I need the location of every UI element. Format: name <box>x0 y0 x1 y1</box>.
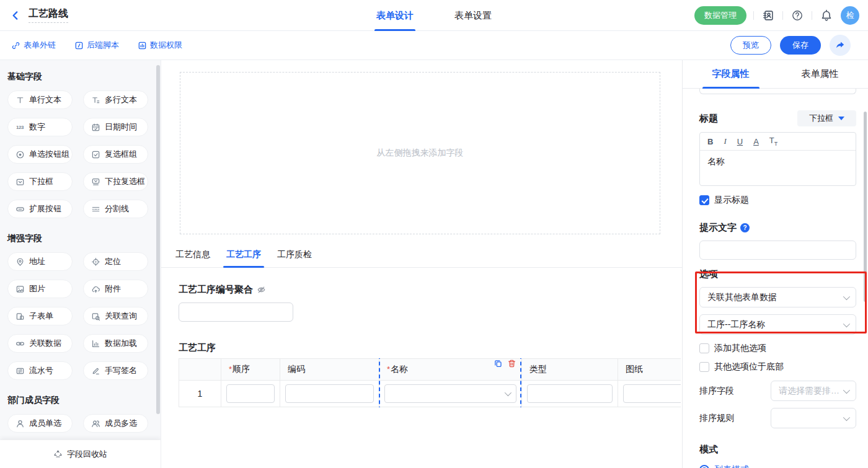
option-field-value: 工序--工序名称 <box>707 319 765 330</box>
delete-column-icon[interactable] <box>507 358 517 369</box>
sort-field-label: 排序字段 <box>699 386 734 397</box>
field-library-sidebar: 基础字段单行文本多行文本123数字日期时间单选按钮组复选框组下拉框下拉复选框扩展… <box>0 60 161 468</box>
location-icon <box>91 257 100 267</box>
field-datetime[interactable]: 日期时间 <box>83 118 148 136</box>
field-type-value: 下拉框 <box>809 113 833 124</box>
field-pill-label: 地址 <box>29 256 45 267</box>
divider <box>782 11 783 20</box>
field-address[interactable]: 地址 <box>7 252 73 271</box>
list-mode-radio[interactable] <box>699 465 709 468</box>
add-other-checkbox[interactable] <box>699 343 709 353</box>
show-title-checkbox[interactable] <box>699 195 709 205</box>
underline-button[interactable]: U <box>737 137 743 146</box>
field-member-multi[interactable]: 成员多选 <box>83 414 148 433</box>
agg-field[interactable]: 工艺工序编号聚合 <box>179 284 682 322</box>
attachment-icon <box>91 284 100 294</box>
italic-button[interactable]: I <box>724 136 726 146</box>
contact-book-icon[interactable] <box>761 8 776 23</box>
field-attachment[interactable]: 附件 <box>83 280 148 298</box>
field-single-line-text[interactable]: 单行文本 <box>7 91 73 109</box>
subform-icon <box>15 311 25 321</box>
sort-field-select[interactable]: 请选择需要排序的... <box>771 381 856 401</box>
select-icon <box>15 177 25 187</box>
sort-rule-select[interactable] <box>771 408 856 428</box>
field-image[interactable]: 图片 <box>7 280 73 298</box>
field-multi-line-text[interactable]: 多行文本 <box>83 91 148 109</box>
tab-process-step[interactable]: 工艺工序 <box>223 249 264 267</box>
field-pill-label: 多行文本 <box>105 94 137 105</box>
agg-field-input[interactable] <box>179 302 293 322</box>
hint-input[interactable] <box>699 241 856 260</box>
field-select[interactable]: 下拉框 <box>7 172 73 191</box>
help-icon[interactable] <box>790 8 805 23</box>
sidebar-scrollbar[interactable] <box>156 65 160 414</box>
backend-script-link[interactable]: 后端脚本 <box>74 40 119 51</box>
sort-rule-label: 排序规则 <box>699 413 734 424</box>
page-title[interactable]: 工艺路线 <box>29 7 68 23</box>
user-avatar[interactable]: 检 <box>841 6 859 25</box>
col-header-type[interactable]: 类型 <box>522 359 618 381</box>
detail-tabs: 工艺信息 工艺工序 工序质检 <box>161 249 682 268</box>
drop-area[interactable]: 从左侧拖拽来添加字段 <box>180 72 660 234</box>
extend-button-icon <box>15 204 25 214</box>
bold-button[interactable]: B <box>707 137 713 146</box>
share-button[interactable] <box>830 35 851 56</box>
field-divider[interactable]: 分割线 <box>83 200 148 218</box>
type-input[interactable] <box>527 384 613 403</box>
field-member-single[interactable]: 成员单选 <box>7 414 73 433</box>
data-permission-link[interactable]: 数据权限 <box>138 40 182 51</box>
col-header-order[interactable]: *顺序 <box>221 359 280 381</box>
font-size-button[interactable]: TT <box>769 136 777 147</box>
hint-help-icon[interactable]: ? <box>740 223 750 232</box>
field-signature[interactable]: 手写签名 <box>83 361 148 380</box>
option-source-select[interactable]: 关联其他表单数据 <box>699 287 856 307</box>
tab-form-design[interactable]: 表单设计 <box>374 0 415 31</box>
save-button[interactable]: 保存 <box>780 36 821 55</box>
option-field-select[interactable]: 工序--工序名称 <box>699 314 856 335</box>
code-input[interactable] <box>285 384 374 403</box>
field-checkbox-group[interactable]: 复选框组 <box>83 145 148 164</box>
options-row: 选项 <box>699 268 856 280</box>
notification-bell-icon[interactable] <box>819 8 834 23</box>
order-input[interactable] <box>226 384 275 403</box>
field-extend-button[interactable]: 扩展按钮 <box>7 200 73 218</box>
related-data-icon <box>15 338 25 348</box>
tab-process-info[interactable]: 工艺信息 <box>172 249 213 267</box>
field-type-select[interactable]: 下拉框 <box>797 110 856 126</box>
tab-form-properties[interactable]: 表单属性 <box>792 60 849 89</box>
field-multi-select[interactable]: 下拉复选框 <box>83 172 148 191</box>
font-color-button[interactable]: A <box>753 137 759 146</box>
field-recycle-bin[interactable]: 字段回收站 <box>0 440 161 468</box>
drawing-input[interactable] <box>623 384 681 403</box>
clipped-input[interactable] <box>699 89 856 94</box>
sort-field-row: 排序字段 请选择需要排序的... <box>699 381 856 401</box>
panel-scrollbar[interactable] <box>864 112 867 302</box>
field-serial-number[interactable]: 流水号 <box>7 361 73 380</box>
preview-button[interactable]: 预览 <box>730 36 771 55</box>
name-select[interactable] <box>384 384 516 403</box>
field-radio-group[interactable]: 单选按钮组 <box>7 145 73 164</box>
back-icon[interactable] <box>9 9 22 22</box>
chevron-down-icon <box>505 389 512 396</box>
options-label: 选项 <box>699 268 718 280</box>
other-bottom-checkbox[interactable] <box>699 362 709 372</box>
image-icon <box>15 284 25 294</box>
divider <box>753 11 754 20</box>
col-header-drawing[interactable]: 图纸 <box>618 359 681 381</box>
add-other-label: 添加其他选项 <box>714 343 766 354</box>
field-pill-label: 手写签名 <box>105 365 137 376</box>
form-external-link[interactable]: 表单外链 <box>11 40 56 51</box>
field-related-query[interactable]: 关联查询 <box>83 307 148 325</box>
field-number[interactable]: 123数字 <box>7 118 73 136</box>
field-data-load[interactable]: 数据加载 <box>83 334 148 353</box>
tab-field-properties[interactable]: 字段属性 <box>702 60 760 89</box>
data-manage-button[interactable]: 数据管理 <box>694 6 746 25</box>
tab-form-settings[interactable]: 表单设置 <box>453 0 494 31</box>
copy-column-icon[interactable] <box>493 358 503 369</box>
title-value-input[interactable]: 名称 <box>700 151 856 185</box>
field-location[interactable]: 定位 <box>83 252 148 271</box>
col-header-code[interactable]: 编码 <box>280 359 379 381</box>
field-subform[interactable]: 子表单 <box>7 307 73 325</box>
field-related-data[interactable]: 关联数据 <box>7 334 73 353</box>
tab-step-inspection[interactable]: 工序质检 <box>274 249 315 267</box>
